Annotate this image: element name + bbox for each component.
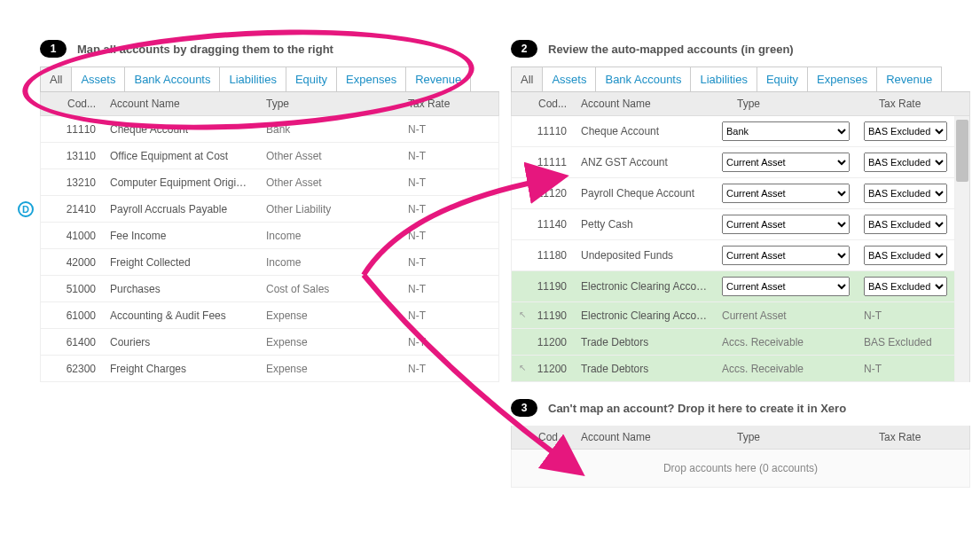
- cell-tax: N-T: [857, 304, 954, 327]
- cell-type: Accs. Receivable: [715, 331, 857, 354]
- cell-type: Current AssetBankCurrent AssetNon-Curren…: [715, 178, 857, 208]
- tab-all[interactable]: All: [40, 67, 72, 91]
- cell-tax: N-T: [401, 118, 498, 141]
- tax-select[interactable]: BAS ExcludedN-T: [864, 246, 947, 265]
- cell-name: Freight Collected: [103, 251, 259, 274]
- cell-code: 11110: [512, 120, 574, 143]
- cell-type: Accs. Receivable: [715, 357, 857, 380]
- col-type: Type: [259, 92, 401, 115]
- step-badge-2: 2: [511, 40, 537, 58]
- cell-tax: BAS ExcludedN-T: [857, 271, 954, 301]
- tab-expenses[interactable]: Expenses: [336, 67, 406, 91]
- col-code: Cod...: [41, 92, 103, 115]
- cell-type: Current AssetBankCurrent AssetNon-Curren…: [715, 240, 857, 270]
- scrollbar[interactable]: [955, 116, 969, 382]
- tax-select[interactable]: BAS ExcludedN-T: [864, 184, 947, 203]
- cell-code: 21410: [41, 198, 103, 221]
- right-column-headers: Cod... Account Name Type Tax Rate: [511, 92, 970, 116]
- left-tabs: AllAssetsBank AccountsLiabilitiesEquityE…: [40, 67, 499, 92]
- col-name: Account Name: [574, 92, 730, 115]
- cell-tax: BAS ExcludedN-T: [857, 147, 954, 177]
- right-title: Review the auto-mapped accounts (in gree…: [548, 43, 794, 56]
- cell-type: Other Asset: [259, 145, 401, 168]
- cell-code: 42000: [41, 251, 103, 274]
- type-select[interactable]: Current AssetBankCurrent AssetNon-Curren…: [722, 277, 850, 296]
- cell-code: 13210: [41, 171, 103, 194]
- cell-tax: BAS ExcludedN-T: [857, 240, 954, 270]
- table-row[interactable]: 13110Office Equipment at CostOther Asset…: [41, 143, 498, 169]
- cell-code: 62300: [41, 357, 103, 380]
- row-marker: D: [18, 201, 34, 217]
- type-select[interactable]: Current AssetBankCurrent AssetNon-Curren…: [722, 153, 850, 172]
- cell-type: Current AssetBankCurrent AssetNon-Curren…: [715, 147, 857, 177]
- cell-type: Current AssetBankCurrent AssetNon-Curren…: [715, 209, 857, 239]
- tab-equity[interactable]: Equity: [757, 67, 808, 91]
- cell-code: 11110: [41, 118, 103, 141]
- annotation-arrow-2: [355, 266, 603, 488]
- cell-name: Fee Income: [103, 224, 259, 247]
- cell-code: 61400: [41, 331, 103, 354]
- left-title: Map all accounts by dragging them to the…: [77, 43, 333, 56]
- col-tax: Tax Rate: [872, 426, 969, 449]
- cell-code: 41000: [41, 224, 103, 247]
- cell-tax: BAS Excluded: [857, 331, 954, 354]
- scroll-thumb[interactable]: [956, 120, 968, 182]
- cell-tax: N-T: [857, 357, 954, 380]
- col-tax: Tax Rate: [401, 92, 498, 115]
- cell-code: 51000: [41, 278, 103, 301]
- tax-select[interactable]: BAS ExcludedN-T: [864, 121, 947, 141]
- table-row[interactable]: 11110Cheque AccountBankN-T: [41, 116, 498, 143]
- col-tax: Tax Rate: [872, 92, 969, 115]
- step-badge-1: 1: [40, 40, 67, 58]
- col-code: Cod...: [512, 92, 574, 115]
- cell-name: Payroll Cheque Account: [574, 182, 715, 205]
- tab-assets[interactable]: Assets: [71, 67, 125, 91]
- cell-name: Office Equipment at Cost: [103, 145, 259, 168]
- tab-all[interactable]: All: [511, 67, 543, 91]
- tab-assets[interactable]: Assets: [542, 67, 596, 91]
- cell-name: Petty Cash: [574, 213, 715, 236]
- cell-name: Payroll Accruals Payable: [103, 198, 259, 221]
- tab-liabilities[interactable]: Liabilities: [690, 67, 757, 91]
- cell-name: Cheque Account: [103, 118, 259, 141]
- tab-expenses[interactable]: Expenses: [807, 67, 877, 91]
- cell-type: Bank: [259, 118, 401, 141]
- cell-tax: BAS ExcludedN-T: [857, 116, 954, 146]
- col-type: Type: [730, 426, 872, 449]
- tab-bank-accounts[interactable]: Bank Accounts: [124, 67, 220, 91]
- cell-name: Couriers: [103, 331, 259, 354]
- cell-name: ANZ GST Account: [574, 151, 715, 174]
- col-name: Account Name: [103, 92, 259, 115]
- cell-code: 13110: [41, 145, 103, 168]
- tax-select[interactable]: BAS ExcludedN-T: [864, 277, 947, 296]
- col-type: Type: [730, 92, 872, 115]
- cell-name: Computer Equipment Original Co: [103, 171, 259, 194]
- type-select[interactable]: Current AssetBankCurrent AssetNon-Curren…: [722, 184, 850, 203]
- table-row[interactable]: 11110Cheque AccountBankBankCurrent Asset…: [512, 116, 954, 147]
- tab-liabilities[interactable]: Liabilities: [219, 67, 286, 91]
- cell-name: Freight Charges: [103, 357, 259, 380]
- type-select[interactable]: Current AssetBankCurrent AssetNon-Curren…: [722, 215, 850, 234]
- cell-name: Accounting & Audit Fees: [103, 304, 259, 327]
- cell-type: Current Asset: [715, 304, 857, 327]
- left-column-headers: Cod... Account Name Type Tax Rate: [40, 92, 499, 116]
- cell-name: Purchases: [103, 278, 259, 301]
- tab-revenue[interactable]: Revenue: [876, 67, 942, 91]
- type-select[interactable]: Current AssetBankCurrent AssetNon-Curren…: [722, 246, 850, 265]
- cell-type: Current AssetBankCurrent AssetNon-Curren…: [715, 271, 857, 301]
- tab-equity[interactable]: Equity: [286, 67, 337, 91]
- cell-tax: N-T: [401, 145, 498, 168]
- cell-type: BankBankCurrent AssetNon-Current AssetAc…: [715, 116, 857, 146]
- tax-select[interactable]: BAS ExcludedN-T: [864, 153, 947, 172]
- tax-select[interactable]: BAS ExcludedN-T: [864, 215, 947, 234]
- cell-tax: BAS ExcludedN-T: [857, 209, 954, 239]
- tab-bank-accounts[interactable]: Bank Accounts: [595, 67, 691, 91]
- cell-tax: BAS ExcludedN-T: [857, 178, 954, 208]
- cell-code: 61000: [41, 304, 103, 327]
- cell-name: Cheque Account: [574, 120, 715, 143]
- right-tabs: AllAssetsBank AccountsLiabilitiesEquityE…: [511, 67, 970, 92]
- type-select[interactable]: BankBankCurrent AssetNon-Current AssetAc…: [722, 121, 850, 141]
- tab-revenue[interactable]: Revenue: [405, 67, 471, 91]
- cell-name: Undeposited Funds: [574, 244, 715, 267]
